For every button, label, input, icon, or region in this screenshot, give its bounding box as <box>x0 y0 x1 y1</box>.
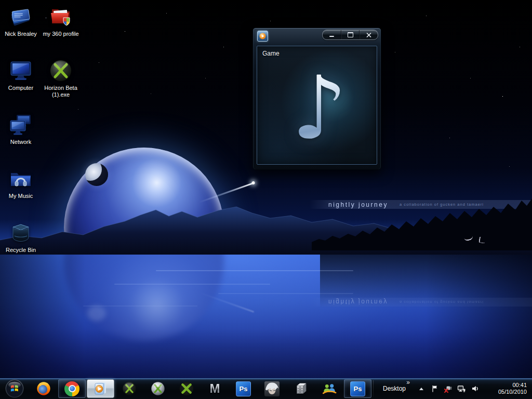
taskbar-wmp-button[interactable] <box>87 379 114 398</box>
desktop-icon-nick-brealey[interactable]: Nick Brealey <box>1 4 41 37</box>
desktop-icon-label: Computer <box>8 85 33 91</box>
desktop-icon-label: Nick Brealey <box>5 31 37 37</box>
show-hidden-icons-button[interactable] <box>417 384 425 393</box>
desktop-icon-horizon-beta[interactable]: Horizon Beta (1).exe <box>41 58 81 98</box>
computer-monitor-icon <box>8 58 33 83</box>
close-button[interactable] <box>360 30 378 39</box>
start-button[interactable] <box>0 378 29 399</box>
desktop-icon-label: Network <box>10 139 31 145</box>
taskbar-xbox-x-button[interactable] <box>172 378 201 399</box>
wallpaper-subtitle-reflection: a collaboration of gucken and tamaeri <box>400 300 484 304</box>
red-folder-shield-icon <box>48 4 73 29</box>
device-removed-button[interactable] <box>444 384 453 393</box>
desktop-icon-label: Recycle Bin <box>6 247 36 254</box>
clock-time: 00:41 <box>512 382 527 389</box>
window-controls <box>322 30 378 40</box>
firefox-icon <box>36 381 51 396</box>
desktop-icon-computer[interactable]: Computer <box>1 58 41 91</box>
maximize-button[interactable] <box>341 30 360 39</box>
clock-date: 05/10/2010 <box>498 389 527 396</box>
taskbar-xbox-silver-orb-button[interactable] <box>143 378 172 399</box>
desktop-icon-my-music[interactable]: My Music <box>1 166 41 200</box>
xbox-orb-icon <box>48 58 73 83</box>
volume-button[interactable] <box>471 384 480 393</box>
m-icon: M <box>210 381 220 396</box>
windows-start-orb-icon <box>5 379 24 398</box>
maximize-icon <box>348 32 353 37</box>
recycle-bin-icon <box>8 220 33 245</box>
device-error-icon <box>444 384 453 393</box>
taskbar-photoshop-pinned-button[interactable]: Ps <box>229 378 258 399</box>
wmp-app-icon[interactable] <box>257 31 268 42</box>
desktop-icon-label: my 360 profile <box>43 31 78 37</box>
desktop-icon-network[interactable]: Network <box>1 112 41 145</box>
system-tray <box>414 378 482 399</box>
wallpaper-water <box>0 243 532 399</box>
photoshop-ps-icon: Ps <box>236 381 251 396</box>
chrome-icon <box>64 381 79 396</box>
taskbar-photoshop-open-button[interactable]: Ps <box>344 379 371 398</box>
chrome-icon-core <box>70 386 75 391</box>
wmp-play-icon <box>259 33 266 39</box>
water-vignette <box>0 243 532 399</box>
water-shimmer <box>114 284 270 285</box>
tree-silhouette <box>312 188 532 250</box>
taskbar-messenger-button[interactable] <box>315 378 343 399</box>
desktop-icon-label: My Music <box>9 193 33 200</box>
minimize-button[interactable] <box>323 30 341 39</box>
wmp-now-playing: Game ♪ <box>257 46 377 165</box>
xbox-orb-silver-icon <box>150 381 166 396</box>
water-shimmer <box>218 293 353 294</box>
network-icon <box>457 384 466 393</box>
network-monitors-icon <box>8 112 33 137</box>
desktop-toolbar-label: Desktop <box>383 385 406 392</box>
star-field <box>0 0 1 1</box>
music-note-icon: ♪ <box>291 64 347 152</box>
water-shimmer <box>83 305 197 307</box>
user-files-icon <box>8 4 33 29</box>
wallpaper-signature-marks <box>478 236 486 244</box>
xbox-orb-dark-icon <box>122 381 137 396</box>
toolbar-overflow-chevron[interactable]: » <box>406 379 410 386</box>
wmp-window: Game ♪ <box>252 28 381 170</box>
desktop-toolbar[interactable]: Desktop » <box>375 378 414 399</box>
wallpaper-moon <box>85 163 108 186</box>
taskbar-anime-avatar-button[interactable] <box>258 378 286 399</box>
taskbar-divider <box>373 380 374 397</box>
music-folder-icon <box>8 166 33 191</box>
track-title: Game <box>262 50 280 57</box>
desktop-icon-recycle-bin[interactable]: Recycle Bin <box>1 220 41 254</box>
desktop-icon-my-360-profile[interactable]: my 360 profile <box>41 4 81 37</box>
desktop-icon-label: Horizon Beta (1).exe <box>41 85 81 98</box>
wallpaper-title-reflection: nightly journey <box>328 299 388 306</box>
wmp-icon <box>93 381 109 396</box>
action-center-button[interactable] <box>430 384 439 393</box>
file-cabinet-icon <box>293 381 309 396</box>
flag-icon <box>431 384 439 393</box>
wallpaper-title-band-reflection: nightly journey a collaboration of gucke… <box>309 298 532 307</box>
taskbar: M Ps <box>0 378 532 399</box>
wmp-titlebar[interactable] <box>253 28 381 46</box>
taskbar-file-cabinet-button[interactable] <box>286 378 315 399</box>
messenger-icon <box>322 381 337 396</box>
taskbar-modio-button[interactable]: M <box>201 378 229 399</box>
taskbar-firefox-button[interactable] <box>29 378 58 399</box>
taskbar-clock[interactable]: 00:41 05/10/2010 <box>482 378 532 399</box>
network-status-button[interactable] <box>457 384 466 393</box>
minimize-icon <box>329 36 334 37</box>
speaker-icon <box>471 384 480 393</box>
photoshop-ps-icon: Ps <box>350 381 365 396</box>
taskbar-chrome-button[interactable] <box>58 379 86 398</box>
anime-avatar-icon <box>264 381 280 396</box>
xbox-x-icon <box>179 381 194 396</box>
desktop-wallpaper: nightly journey a collaboration of gucke… <box>0 0 532 399</box>
water-shimmer <box>156 270 353 271</box>
chevron-up-icon <box>419 388 423 390</box>
taskbar-xbox-dark-orb-button[interactable] <box>115 378 143 399</box>
close-icon <box>366 33 371 37</box>
